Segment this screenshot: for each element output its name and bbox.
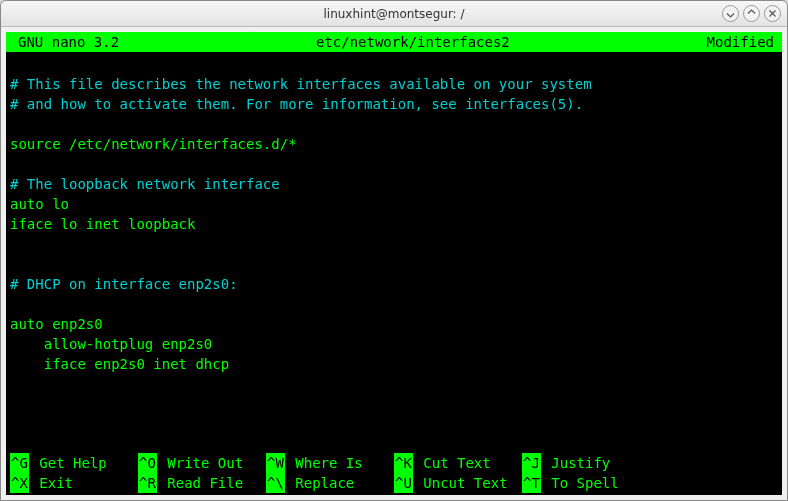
shortcut [650, 453, 778, 473]
shortcut: ^\ Replace [266, 473, 394, 493]
editor-content[interactable]: # This file describes the network interf… [6, 52, 782, 453]
shortcut-label: Cut Text [413, 453, 491, 473]
shortcut: ^K Cut Text [394, 453, 522, 473]
shortcut: ^T To Spell [522, 473, 650, 493]
shortcut-key: ^X [10, 473, 29, 493]
editor-line[interactable]: auto enp2s0 [10, 314, 778, 334]
shortcut-key: ^J [522, 453, 541, 473]
shortcut: ^G Get Help [10, 453, 138, 473]
nano-header: GNU nano 3.2 etc/network/interfaces2 Mod… [6, 32, 782, 52]
shortcut-key: ^O [138, 453, 157, 473]
shortcut-label: Justify [541, 453, 610, 473]
shortcut-key: ^U [394, 473, 413, 493]
nano-footer: ^G Get Help^O Write Out^W Where Is^K Cut… [6, 453, 782, 495]
minimize-button[interactable] [722, 5, 739, 22]
shortcut: ^W Where Is [266, 453, 394, 473]
shortcut-key: ^W [266, 453, 285, 473]
shortcut [650, 473, 778, 493]
editor-line[interactable] [10, 374, 778, 394]
shortcut-label: Where Is [285, 453, 363, 473]
shortcut: ^U Uncut Text [394, 473, 522, 493]
editor-line[interactable]: auto lo [10, 194, 778, 214]
editor-line[interactable] [10, 394, 778, 414]
nano-version: GNU nano 3.2 [10, 32, 119, 52]
shortcut-label: Exit [29, 473, 73, 493]
titlebar[interactable]: linuxhint@montsegur: / [1, 1, 787, 27]
window-title: linuxhint@montsegur: / [323, 7, 464, 21]
editor-line[interactable]: iface enp2s0 inet dhcp [10, 354, 778, 374]
editor-line[interactable]: # This file describes the network interf… [10, 74, 778, 94]
editor-line[interactable] [10, 114, 778, 134]
shortcut-key: ^G [10, 453, 29, 473]
maximize-button[interactable] [743, 5, 760, 22]
shortcut-label: Uncut Text [413, 473, 508, 493]
editor-line[interactable]: allow-hotplug enp2s0 [10, 334, 778, 354]
shortcut-label: Replace [285, 473, 354, 493]
terminal-area[interactable]: GNU nano 3.2 etc/network/interfaces2 Mod… [6, 32, 782, 495]
editor-line[interactable]: source /etc/network/interfaces.d/* [10, 134, 778, 154]
editor-line[interactable]: # DHCP on interface enp2s0: [10, 274, 778, 294]
shortcut: ^J Justify [522, 453, 650, 473]
editor-line[interactable]: # The loopback network interface [10, 174, 778, 194]
shortcut-key: ^K [394, 453, 413, 473]
editor-line[interactable] [10, 54, 778, 74]
shortcut: ^X Exit [10, 473, 138, 493]
shortcut-key: ^R [138, 473, 157, 493]
shortcut-label: Write Out [157, 453, 243, 473]
shortcut: ^O Write Out [138, 453, 266, 473]
editor-line[interactable] [10, 234, 778, 254]
terminal-window: linuxhint@montsegur: / GNU nano 3.2 etc/… [0, 0, 788, 501]
editor-line[interactable]: iface lo inet loopback [10, 214, 778, 234]
titlebar-controls [722, 5, 781, 22]
editor-line[interactable] [10, 294, 778, 314]
editor-line[interactable] [10, 154, 778, 174]
close-button[interactable] [764, 5, 781, 22]
shortcut-key: ^\ [266, 473, 285, 493]
nano-status: Modified [707, 32, 778, 52]
shortcut: ^R Read File [138, 473, 266, 493]
editor-line[interactable] [10, 254, 778, 274]
nano-filepath: etc/network/interfaces2 [119, 32, 706, 52]
shortcut-key: ^T [522, 473, 541, 493]
shortcut-label: Read File [157, 473, 243, 493]
editor-line[interactable]: # and how to activate them. For more inf… [10, 94, 778, 114]
shortcut-label: Get Help [29, 453, 107, 473]
shortcut-label: To Spell [541, 473, 619, 493]
